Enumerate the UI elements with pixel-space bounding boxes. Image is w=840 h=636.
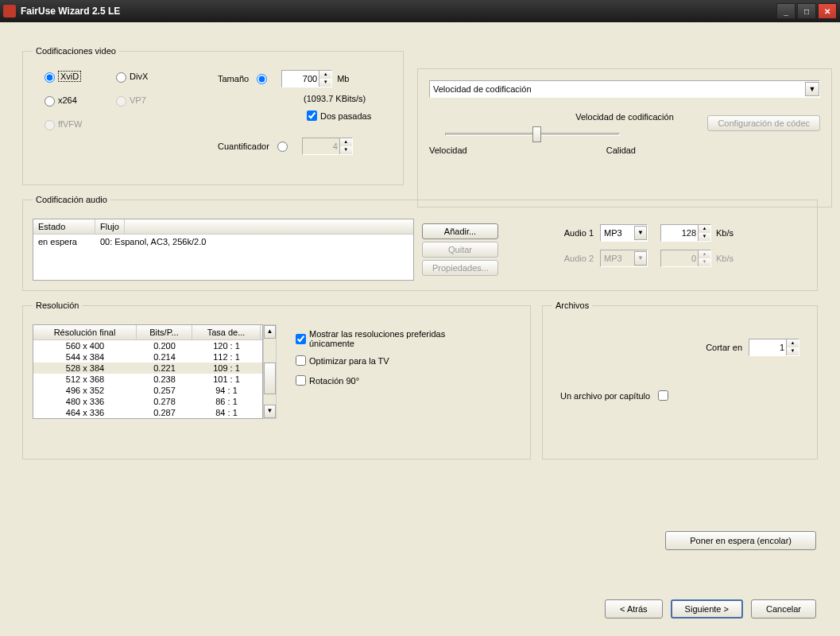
resolution-group: Resolución Résolución final Bits/P... Ta… bbox=[22, 301, 531, 460]
quant-input: ▲▼ bbox=[302, 138, 353, 155]
chevron-down-icon: ▼ bbox=[805, 82, 819, 96]
files-legend: Archivos bbox=[552, 301, 592, 310]
quant-label: Cuantificador bbox=[218, 142, 269, 151]
two-pass-checkbox[interactable]: Dos pasadas bbox=[304, 108, 371, 123]
per-chapter-label: Un archivo por capítulo bbox=[560, 391, 650, 401]
back-button[interactable]: < Atrás bbox=[605, 599, 663, 619]
resolution-row[interactable]: 528 x 3840.221109 : 1 bbox=[33, 363, 262, 374]
audio-group: Codificación audio Estado Flujo en esper… bbox=[22, 195, 818, 291]
bitrate-label: (1093.7 KBits/s) bbox=[304, 94, 371, 103]
col-stream: Flujo bbox=[95, 219, 125, 234]
resolution-row[interactable]: 464 x 3360.28784 : 1 bbox=[33, 407, 262, 418]
cut-label: Cortar en bbox=[706, 343, 742, 352]
audio1-label: Audio 1 bbox=[546, 228, 594, 238]
codec-x264[interactable]: x264 bbox=[41, 94, 112, 107]
audio2-label: Audio 2 bbox=[546, 254, 594, 263]
queue-button[interactable]: Poner en espera (encolar) bbox=[665, 531, 816, 550]
minimize-button[interactable]: _ bbox=[776, 3, 795, 19]
scrollbar[interactable]: ▲▼ bbox=[263, 324, 277, 419]
resolution-table[interactable]: Résolución final Bits/P... Tasa de... 56… bbox=[33, 324, 263, 419]
video-legend: Codificaciones video bbox=[33, 46, 119, 56]
remove-button: Quitar bbox=[422, 242, 498, 258]
close-button[interactable]: ✕ bbox=[818, 3, 837, 19]
video-group: Codificaciones video XviD DivX x264 VP7 … bbox=[22, 46, 404, 185]
slider-left-label: Velocidad bbox=[429, 145, 467, 155]
titlebar[interactable]: FairUse Wizard 2.5 LE _ □ ✕ bbox=[0, 0, 840, 22]
speed-slider[interactable] bbox=[445, 133, 620, 136]
app-icon bbox=[3, 5, 16, 17]
size-input[interactable]: ▲▼ bbox=[281, 70, 332, 87]
cancel-button[interactable]: Cancelar bbox=[751, 599, 816, 619]
per-chapter-checkbox[interactable] bbox=[658, 390, 668, 401]
col-state: Estado bbox=[33, 219, 95, 234]
codec-ffvfw: ffVFW bbox=[41, 118, 112, 130]
audio-legend: Codificación audio bbox=[33, 195, 110, 204]
audio1-codec-dropdown[interactable]: MP3▼ bbox=[600, 224, 648, 242]
audio2-codec-dropdown: MP3▼ bbox=[600, 250, 648, 267]
window-title: FairUse Wizard 2.5 LE bbox=[21, 6, 776, 17]
tv-optimize-checkbox[interactable]: Optimizar para la TV bbox=[292, 353, 468, 368]
audio2-kbps-input: ▲▼ bbox=[660, 250, 711, 267]
speed-dropdown[interactable]: Velocidad de codificación▼ bbox=[429, 80, 820, 98]
next-button[interactable]: Siguiente > bbox=[671, 599, 743, 619]
resolution-row[interactable]: 496 x 3520.25794 : 1 bbox=[33, 385, 262, 396]
codec-xvid[interactable]: XviD bbox=[41, 70, 112, 83]
maximize-button[interactable]: □ bbox=[797, 3, 816, 19]
audio1-kbps-input[interactable]: ▲▼ bbox=[660, 224, 711, 242]
rotation-checkbox[interactable]: Rotación 90° bbox=[292, 373, 468, 388]
resolution-row[interactable]: 512 x 3680.238101 : 1 bbox=[33, 374, 262, 385]
resolution-row[interactable]: 480 x 3360.27886 : 1 bbox=[33, 396, 262, 407]
audio-table[interactable]: Estado Flujo en espera 00: Espanol, AC3,… bbox=[33, 219, 414, 281]
resolution-row[interactable]: 560 x 4000.200120 : 1 bbox=[33, 340, 262, 351]
size-label: Tamaño bbox=[218, 74, 249, 83]
codec-divx[interactable]: DivX bbox=[112, 70, 184, 83]
size-radio[interactable] bbox=[257, 74, 267, 84]
quant-radio[interactable] bbox=[277, 142, 288, 152]
properties-button: Propiedades... bbox=[422, 260, 498, 276]
size-unit: Mb bbox=[337, 74, 349, 83]
cut-input[interactable]: ▲▼ bbox=[749, 339, 799, 356]
pref-res-checkbox[interactable]: Mostrar las resoluciones preferidas únic… bbox=[292, 329, 468, 348]
audio-row[interactable]: en espera 00: Espanol, AC3, 256k/2.0 bbox=[33, 235, 413, 249]
slider-right-label: Calidad bbox=[606, 145, 636, 155]
codec-vp7: VP7 bbox=[112, 94, 184, 107]
add-button[interactable]: Añadir... bbox=[422, 223, 498, 239]
codec-config-button: Configuración de códec bbox=[707, 115, 820, 131]
files-group: Archivos Cortar en ▲▼ Un archivo por cap… bbox=[542, 301, 818, 460]
resolution-row[interactable]: 544 x 3840.214112 : 1 bbox=[33, 351, 262, 363]
resolution-legend: Resolución bbox=[33, 301, 82, 310]
kbps-unit: Kb/s bbox=[716, 228, 734, 238]
